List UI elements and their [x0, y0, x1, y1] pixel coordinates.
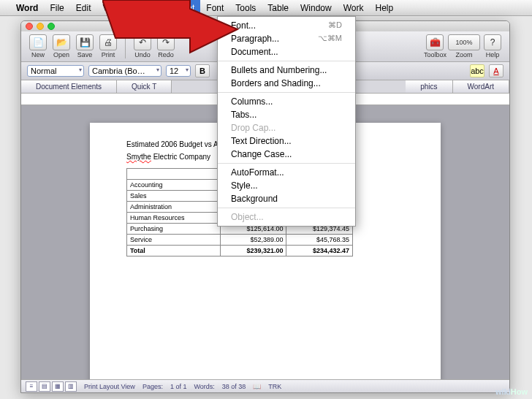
tab-quick-tables[interactable]: Quick T	[117, 80, 172, 93]
menu-font[interactable]: Font	[200, 0, 229, 16]
close-icon[interactable]	[26, 23, 33, 30]
bold-button[interactable]: B	[195, 64, 210, 77]
pages-label: Pages:	[142, 383, 163, 390]
view-switcher[interactable]: ≡ ▤ ▦ ▥	[26, 381, 77, 392]
pages-value: 1 of 1	[170, 383, 187, 390]
help-button[interactable]: ?Help	[482, 34, 503, 58]
menu-item-document[interactable]: Document...	[218, 45, 355, 58]
format-dropdown: Font...⌘DParagraph...⌥⌘MDocument...Bulle…	[217, 16, 356, 227]
help-icon: ?	[484, 34, 501, 50]
table-total-row: Total$239,321.00$234,432.47	[127, 246, 353, 256]
style-select[interactable]: Normal	[27, 65, 84, 77]
menu-item-background[interactable]: Background	[218, 192, 355, 205]
zoom-icon: 100%	[448, 34, 480, 50]
menu-edit[interactable]: Edit	[70, 0, 97, 16]
spellcheck-icon[interactable]: 📖	[253, 383, 261, 390]
words-value: 38 of 38	[222, 383, 246, 390]
menu-item-paragraph[interactable]: Paragraph...⌥⌘M	[218, 32, 355, 45]
undo-icon: ↶	[134, 34, 151, 50]
redo-icon: ↷	[157, 34, 175, 50]
statusbar: ≡ ▤ ▦ ▥ Print Layout View Pages: 1 of 1 …	[21, 379, 509, 392]
zoom-button[interactable]: 100%Zoom	[448, 34, 480, 58]
menu-format[interactable]: Format	[161, 0, 200, 16]
tab-wordart[interactable]: WordArt	[453, 80, 510, 93]
menu-help[interactable]: Help	[370, 0, 400, 16]
table-row: Service$52,389.00$45,768.35	[127, 235, 353, 246]
menu-item-change-case[interactable]: Change Case...	[218, 148, 355, 161]
trk-indicator[interactable]: TRK	[268, 383, 281, 390]
menu-view[interactable]: View	[96, 0, 127, 16]
menu-insert[interactable]: Insert	[127, 0, 161, 16]
font-color-button[interactable]: A	[489, 64, 503, 77]
print-icon: 🖨	[99, 34, 117, 50]
print-layout-view-icon[interactable]: ▦	[52, 381, 64, 392]
redo-button[interactable]: ↷Redo	[155, 34, 177, 58]
toolbox-button[interactable]: 🧰Toolbox	[424, 34, 446, 58]
menu-tools[interactable]: Tools	[229, 0, 262, 16]
menu-item-columns[interactable]: Columns...	[218, 95, 355, 108]
open-button[interactable]: 📂Open	[50, 34, 72, 58]
font-select[interactable]: Cambria (Bo…	[88, 65, 162, 77]
new-icon: 📄	[29, 34, 47, 50]
menu-item-autoformat[interactable]: AutoFormat...	[218, 166, 355, 179]
menu-item-tabs[interactable]: Tabs...	[218, 108, 355, 121]
size-select[interactable]: 12	[166, 65, 191, 77]
view-label: Print Layout View	[84, 383, 135, 390]
outline-view-icon[interactable]: ▤	[39, 381, 50, 392]
save-button[interactable]: 💾Save	[74, 34, 96, 58]
open-icon: 📂	[53, 34, 70, 50]
menu-item-borders-and-shading[interactable]: Borders and Shading...	[218, 77, 355, 90]
toolbox-icon: 🧰	[426, 34, 444, 50]
menu-item-style[interactable]: Style...	[218, 179, 355, 192]
print-button[interactable]: 🖨Print	[97, 34, 119, 58]
menu-file[interactable]: File	[44, 0, 69, 16]
normal-view-icon[interactable]: ≡	[26, 381, 37, 392]
zoom-window-icon[interactable]	[48, 23, 55, 30]
minimize-icon[interactable]	[37, 23, 44, 30]
save-icon: 💾	[76, 34, 94, 50]
watermark: wikiHow	[495, 387, 528, 396]
menu-item-drop-cap: Drop Cap...	[218, 121, 355, 134]
tab-graphics[interactable]: phics	[406, 80, 452, 93]
notebook-view-icon[interactable]: ▥	[65, 381, 77, 392]
menu-item-bullets-and-numbering[interactable]: Bullets and Numbering...	[218, 64, 355, 77]
app-name[interactable]: Word	[10, 3, 44, 13]
undo-button[interactable]: ↶Undo	[132, 34, 153, 58]
menu-item-font[interactable]: Font...⌘D	[218, 19, 355, 32]
menu-item-object: Object...	[218, 210, 355, 224]
words-label: Words:	[194, 383, 214, 390]
highlight-button[interactable]: abc	[470, 64, 484, 77]
mac-menubar: Word File Edit View Insert Format Font T…	[0, 0, 532, 16]
tab-document-elements[interactable]: Document Elements	[21, 80, 117, 93]
new-button[interactable]: 📄New	[27, 34, 49, 58]
menu-item-text-direction[interactable]: Text Direction...	[218, 134, 355, 148]
menu-table[interactable]: Table	[262, 0, 294, 16]
menu-window[interactable]: Window	[294, 0, 338, 16]
menu-work[interactable]: Work	[338, 0, 370, 16]
